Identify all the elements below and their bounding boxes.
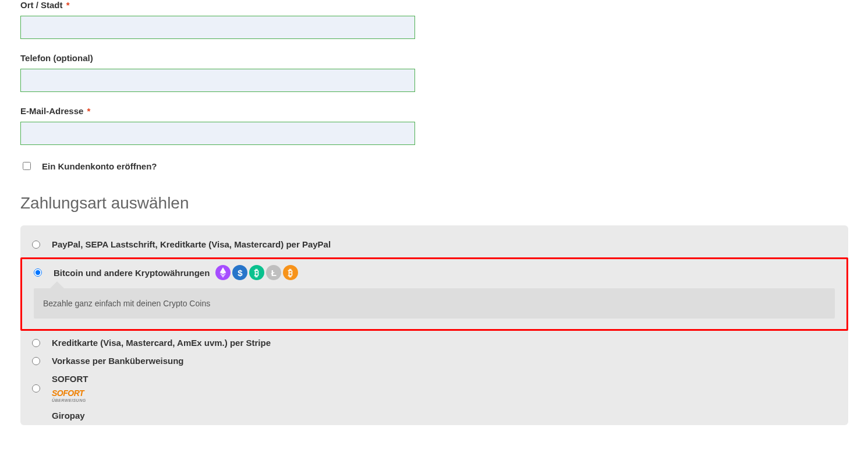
sofort-logo-main: SOFORT xyxy=(52,388,88,398)
sofort-content: SOFORT SOFORT ÜBERWEISUNG xyxy=(52,374,88,402)
create-account-row: Ein Kundenkonto eröffnen? xyxy=(20,159,868,172)
payment-option-paypal[interactable]: PayPal, SEPA Lastschrift, Kreditkarte (V… xyxy=(32,236,837,254)
phone-label: Telefon (optional) xyxy=(20,53,868,63)
crypto-info-text: Bezahle ganz einfach mit deinen Crypto C… xyxy=(43,299,210,308)
payment-section-title: Zahlungsart auswählen xyxy=(20,194,868,213)
vorkasse-label: Vorkasse per Banküberweisung xyxy=(52,356,183,366)
city-input[interactable] xyxy=(20,16,415,39)
payment-option-stripe[interactable]: Kreditkarte (Visa, Mastercard, AmEx uvm.… xyxy=(32,334,837,352)
payment-options-panel: PayPal, SEPA Lastschrift, Kreditkarte (V… xyxy=(20,225,848,425)
payment-option-sofort[interactable]: SOFORT SOFORT ÜBERWEISUNG xyxy=(32,370,837,407)
email-field: E-Mail-Adresse * xyxy=(20,106,868,145)
sofort-logo: SOFORT ÜBERWEISUNG xyxy=(52,388,88,402)
giropay-label: Giropay xyxy=(52,411,85,420)
sofort-logo-sub: ÜBERWEISUNG xyxy=(52,398,88,402)
crypto-radio[interactable] xyxy=(34,268,42,277)
payment-option-giropay[interactable]: Giropay xyxy=(32,407,837,420)
paypal-label: PayPal, SEPA Lastschrift, Kreditkarte (V… xyxy=(52,239,331,249)
email-label: E-Mail-Adresse * xyxy=(20,106,868,116)
city-label: Ort / Stadt * xyxy=(20,0,868,10)
bitcoin-cash-icon: ₿ xyxy=(249,265,264,280)
city-field: Ort / Stadt * xyxy=(20,0,868,39)
svg-marker-0 xyxy=(220,267,226,274)
stripe-label: Kreditkarte (Visa, Mastercard, AmEx uvm.… xyxy=(52,338,271,348)
email-input[interactable] xyxy=(20,122,415,145)
create-account-label: Ein Kundenkonto eröffnen? xyxy=(42,161,157,171)
sofort-label: SOFORT xyxy=(52,374,88,384)
vorkasse-radio[interactable] xyxy=(32,357,40,365)
required-marker: * xyxy=(66,0,70,10)
ethereum-icon xyxy=(215,265,231,280)
sofort-radio[interactable] xyxy=(32,384,40,393)
paypal-radio[interactable] xyxy=(32,241,40,249)
city-label-text: Ort / Stadt xyxy=(20,0,63,10)
required-marker: * xyxy=(87,106,91,116)
payment-option-crypto-block: Bitcoin und andere Kryptowährungen $ ₿ Ł… xyxy=(20,257,848,331)
payment-option-crypto[interactable]: Bitcoin und andere Kryptowährungen $ ₿ Ł… xyxy=(34,265,835,288)
bitcoin-icon: ₿ xyxy=(283,265,298,280)
crypto-coin-icons: $ ₿ Ł ₿ xyxy=(215,265,298,280)
usdc-icon: $ xyxy=(232,265,247,280)
crypto-info-panel: Bezahle ganz einfach mit deinen Crypto C… xyxy=(34,288,835,319)
create-account-checkbox[interactable] xyxy=(23,162,31,170)
email-label-text: E-Mail-Adresse xyxy=(20,106,83,116)
crypto-label: Bitcoin und andere Kryptowährungen xyxy=(54,268,210,278)
payment-option-vorkasse[interactable]: Vorkasse per Banküberweisung xyxy=(32,352,837,370)
phone-input[interactable] xyxy=(20,69,415,92)
phone-label-text: Telefon (optional) xyxy=(20,53,93,63)
phone-field: Telefon (optional) xyxy=(20,53,868,92)
stripe-radio[interactable] xyxy=(32,339,40,347)
litecoin-icon: Ł xyxy=(266,265,281,280)
